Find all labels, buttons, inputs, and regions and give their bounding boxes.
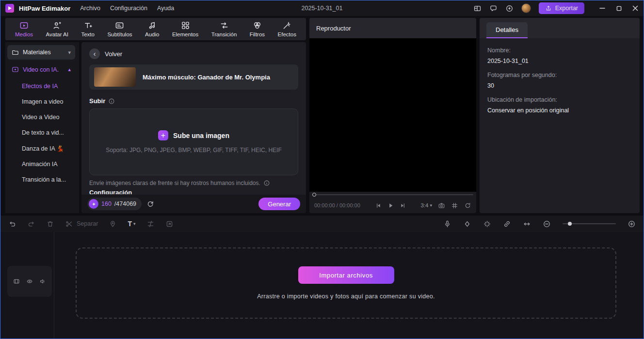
sidebar-item-texto-a-video[interactable]: De texto a vid... (7, 125, 75, 140)
loop-icon[interactable] (464, 202, 471, 209)
next-frame-icon[interactable] (399, 202, 406, 209)
explosion-effect-icon[interactable] (483, 220, 491, 228)
download-icon[interactable] (505, 4, 514, 13)
delete-icon[interactable] (46, 220, 54, 228)
caret-down-icon: ▾ (68, 49, 71, 56)
aspect-ratio-dropdown[interactable]: 3:4 ▾ (420, 202, 432, 208)
elements-icon (181, 21, 190, 30)
zoom-slider-handle[interactable] (568, 222, 572, 226)
layout-panels-icon[interactable] (473, 4, 482, 13)
field-label: Nombre: (487, 47, 632, 54)
back-button[interactable]: ‹ (89, 48, 100, 59)
player-scrubber[interactable] (309, 192, 476, 198)
upload-note: Envíe imágenes claras de frente si hay r… (89, 180, 260, 186)
upload-dropzone[interactable]: + Sube una imagen Soporta: JPG, PNG, JPE… (89, 108, 298, 175)
field-value: 30 (487, 82, 632, 89)
tab-subtitulos[interactable]: Subtítulos (107, 21, 132, 37)
keyframe-icon[interactable] (463, 220, 471, 228)
menu-archivo[interactable]: Archivo (80, 5, 100, 12)
tab-medios[interactable]: Medios (15, 21, 33, 37)
timeline-dropzone[interactable]: Importar archivos Arrastre o importe vid… (76, 247, 616, 319)
materials-label: Materiales (23, 49, 51, 56)
play-icon[interactable] (387, 202, 394, 209)
tab-label: Subtítulos (107, 31, 132, 37)
app-logo-icon (5, 4, 14, 13)
undo-icon[interactable] (8, 220, 16, 228)
detail-field-nombre: Nombre: 2025-10-31_01 (487, 47, 632, 64)
details-body: Nombre: 2025-10-31_01 Fotogramas por seg… (480, 38, 640, 130)
export-button[interactable]: Exportar (539, 2, 584, 14)
timeline-area: Importar archivos Arrastre o importe vid… (0, 232, 644, 339)
tab-label: Audio (145, 31, 159, 37)
field-value: Conservar en posición original (487, 107, 632, 114)
materials-dropdown[interactable]: Materiales ▾ (7, 45, 75, 60)
credits-pill: 160/474069 (87, 198, 142, 210)
info-icon[interactable] (263, 180, 270, 186)
user-avatar[interactable] (521, 3, 531, 13)
track-mute-speaker-icon[interactable] (39, 278, 46, 285)
minimize-button[interactable] (594, 0, 611, 16)
tab-texto[interactable]: Texto (81, 21, 95, 37)
tab-elementos[interactable]: Elementos (172, 21, 198, 37)
tab-avatar-ai[interactable]: Avatar AI (46, 21, 68, 37)
player-panel: Reproductor 00:00:00 / 00:00:00 (309, 18, 476, 213)
subtitle-split-icon[interactable] (146, 220, 155, 228)
timeline-toolbar: Separar T ▾ (0, 215, 644, 232)
tab-efectos[interactable]: Efectos (278, 21, 296, 37)
sidebar-group-video-ia[interactable]: Video con IA. ▴ (7, 60, 75, 78)
link-icon[interactable] (503, 220, 511, 228)
track-video-icon[interactable] (13, 278, 20, 285)
transition-icon (220, 21, 229, 30)
timeline-zoom-slider[interactable] (563, 220, 616, 227)
sidebar-item-danza-de-ia[interactable]: Danza de IA 💃 (7, 140, 75, 156)
sidebar: Materiales ▾ Video con IA. ▴ Efectos de … (5, 42, 79, 213)
detail-field-ubicacion: Ubicación de importación: Conservar en p… (487, 96, 632, 114)
track-visibility-eye-icon[interactable] (26, 278, 33, 285)
zoom-in-icon[interactable] (628, 220, 636, 228)
menu-ayuda[interactable]: Ayuda (157, 5, 174, 12)
music-note-icon (147, 21, 157, 30)
menu-configuracion[interactable]: Configuración (110, 5, 147, 12)
aspect-ratio-value: 3:4 (420, 202, 428, 208)
upload-label: Subir (89, 97, 105, 105)
field-label: Fotogramas por segundo: (487, 72, 632, 78)
tab-detalles[interactable]: Detalles (486, 22, 528, 38)
close-button[interactable] (627, 0, 644, 16)
text-icon (83, 21, 93, 30)
template-thumbnail-image (94, 67, 136, 87)
app-window: HitPaw Edimakor Archivo Configuración Ay… (0, 0, 644, 339)
split-tool[interactable]: Separar (65, 220, 98, 228)
sidebar-item-transicion-ia[interactable]: Transición a la... (7, 172, 75, 187)
grid-overlay-icon[interactable] (451, 202, 458, 209)
scrubber-handle[interactable] (312, 193, 316, 197)
caret-down-icon: ▾ (430, 203, 432, 208)
details-panel: Detalles Nombre: 2025-10-31_01 Fotograma… (480, 18, 640, 213)
sidebar-item-video-a-video[interactable]: Video a Video (7, 109, 75, 125)
previous-frame-icon[interactable] (375, 202, 382, 209)
video-preview-area[interactable] (309, 38, 476, 192)
snapshot-camera-icon[interactable] (438, 202, 445, 209)
text-tool-dropdown[interactable]: T ▾ (128, 220, 135, 228)
info-icon[interactable] (108, 98, 115, 105)
tab-audio[interactable]: Audio (145, 21, 159, 37)
microphone-icon[interactable] (443, 220, 451, 228)
import-files-button[interactable]: Importar archivos (298, 266, 394, 284)
tab-transicion[interactable]: Transición (211, 21, 237, 37)
sidebar-item-imagen-a-video[interactable]: Imagen a video (7, 94, 75, 109)
sidebar-item-animacion-ia[interactable]: Animación IA (7, 156, 75, 172)
marker-icon[interactable] (109, 220, 117, 228)
redo-icon[interactable] (27, 220, 35, 228)
player-header: Reproductor (309, 18, 476, 38)
freeze-frame-icon[interactable] (165, 220, 174, 228)
maximize-button[interactable] (611, 0, 627, 16)
refresh-icon[interactable] (146, 200, 154, 208)
tab-filtros[interactable]: Filtros (250, 21, 265, 37)
feedback-chat-icon[interactable] (489, 4, 498, 13)
export-label: Exportar (555, 5, 578, 12)
sidebar-item-efectos-de-ia[interactable]: Efectos de IA (7, 78, 75, 94)
zoom-out-icon[interactable] (543, 220, 551, 228)
generate-button[interactable]: Generar (258, 198, 300, 210)
template-card[interactable]: Máximo músculo: Ganador de Mr. Olympia (89, 64, 298, 90)
fit-timeline-icon[interactable] (523, 220, 531, 228)
tab-label: Filtros (250, 31, 265, 37)
